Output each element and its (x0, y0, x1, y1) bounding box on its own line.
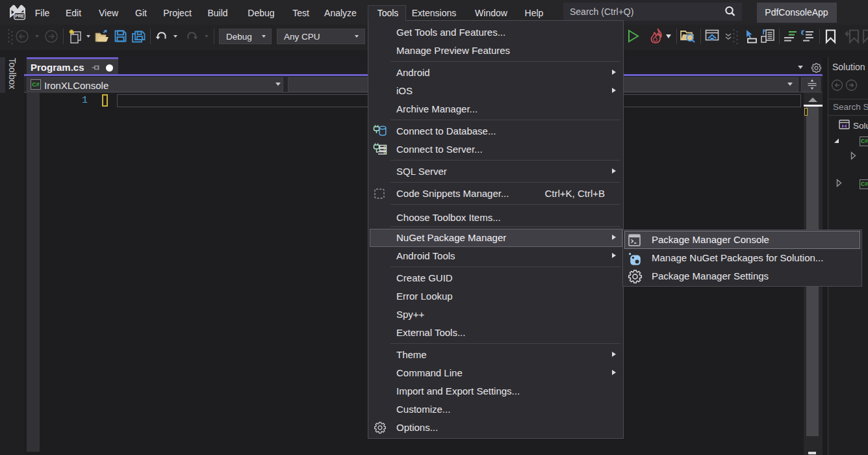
svg-text:PRE: PRE (15, 14, 24, 18)
